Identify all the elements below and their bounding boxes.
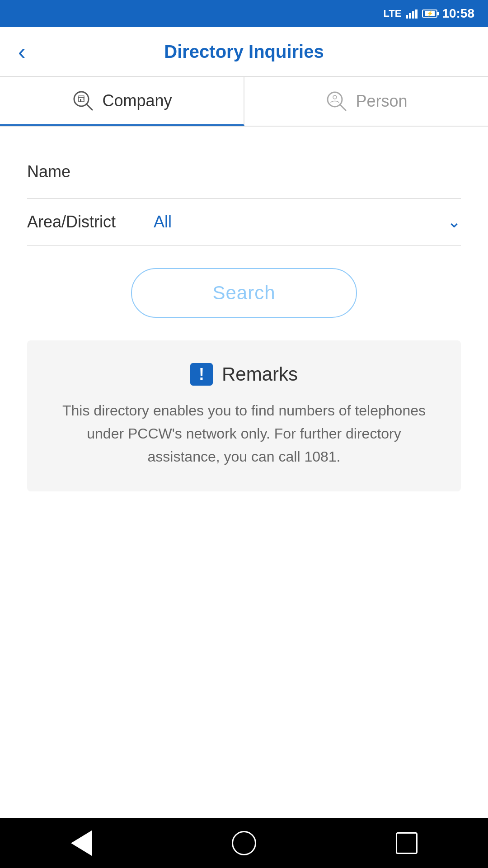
nav-recent-button[interactable]: [389, 825, 425, 861]
bottom-nav: [0, 818, 488, 868]
chevron-down-icon: ⌄: [447, 212, 461, 231]
nav-home-button[interactable]: [226, 825, 262, 861]
status-bar: LTE ⚡ 10:58: [0, 0, 488, 27]
tab-person-label: Person: [356, 92, 407, 111]
name-label: Name: [27, 162, 154, 181]
signal-bars-icon: [406, 9, 418, 19]
area-district-label: Area/District: [27, 212, 154, 231]
battery-icon: ⚡: [422, 9, 437, 18]
exclamation-icon: !: [190, 363, 213, 386]
page-title: Directory Inquiries: [164, 42, 324, 62]
name-field: Name: [27, 145, 461, 199]
svg-line-7: [340, 104, 346, 110]
person-search-icon: [325, 90, 348, 113]
nav-home-icon: [232, 831, 256, 855]
clock: 10:58: [442, 6, 474, 21]
remarks-title: Remarks: [222, 363, 298, 385]
charging-icon: ⚡: [427, 10, 433, 17]
area-district-field[interactable]: Area/District All ⌄: [27, 199, 461, 245]
nav-back-button[interactable]: [63, 825, 99, 861]
back-button[interactable]: ‹: [18, 40, 26, 63]
area-district-value: All: [154, 212, 447, 231]
lte-icon: LTE: [383, 8, 401, 19]
tab-person[interactable]: Person: [244, 77, 488, 126]
company-search-icon: [71, 89, 95, 113]
status-icons: LTE ⚡ 10:58: [383, 6, 474, 21]
svg-rect-4: [83, 99, 84, 99]
search-button[interactable]: Search: [131, 268, 357, 318]
nav-back-icon: [71, 830, 92, 856]
app-header: ‹ Directory Inquiries: [0, 27, 488, 77]
search-button-container: Search: [27, 268, 461, 318]
remarks-box: ! Remarks This directory enables you to …: [27, 340, 461, 491]
svg-line-1: [86, 104, 92, 110]
remarks-text: This directory enables you to find numbe…: [54, 399, 434, 469]
remarks-header: ! Remarks: [54, 363, 434, 386]
svg-point-8: [333, 95, 337, 99]
svg-rect-3: [80, 99, 81, 102]
nav-recent-icon: [396, 832, 418, 854]
name-input[interactable]: [154, 158, 461, 185]
main-content: Name Area/District All ⌄ Search ! Remark…: [0, 127, 488, 528]
tab-company-label: Company: [102, 91, 172, 110]
tab-company[interactable]: Company: [0, 77, 244, 126]
tab-bar: Company Person: [0, 77, 488, 127]
